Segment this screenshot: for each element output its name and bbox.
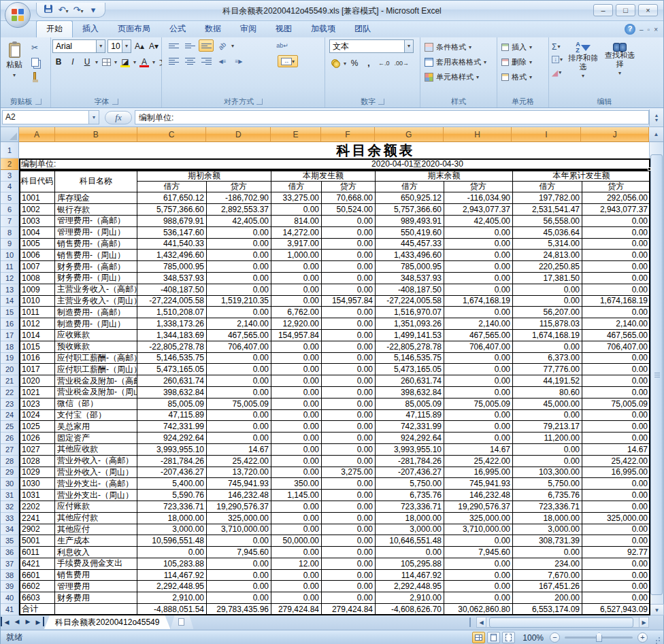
row-header-7[interactable]: 7 — [1, 216, 19, 227]
cell-I31[interactable]: 6,735.76 — [513, 490, 582, 501]
cell-D33[interactable]: 325,000.00 — [207, 513, 271, 524]
orientation-button[interactable]: ab — [215, 39, 230, 52]
name-box[interactable]: A2 — [2, 110, 89, 124]
cell-D16[interactable]: 2,140.00 — [207, 318, 271, 330]
cell-H31[interactable]: 146,232.48 — [444, 490, 513, 501]
cell-A20[interactable]: 1017 — [19, 364, 55, 375]
cell-J31[interactable]: 0.00 — [582, 490, 650, 501]
cell-B19[interactable]: 应付职工薪酬-（高邮） — [55, 353, 137, 365]
cell-J26[interactable]: 0.00 — [582, 433, 650, 444]
row-header-41[interactable]: 41 — [1, 604, 19, 615]
cell-B20[interactable]: 应付职工薪酬-（周山） — [55, 364, 137, 375]
row-header-36[interactable]: 36 — [1, 547, 19, 558]
cell-D41[interactable]: 29,783,435.96 — [207, 604, 271, 615]
selection-fill-handle[interactable] — [648, 167, 651, 171]
cell-G6[interactable]: 5,757,366.60 — [376, 204, 444, 216]
cell-D15[interactable]: 0.00 — [207, 307, 271, 318]
cell-H25[interactable]: 0.00 — [444, 421, 513, 433]
find-select-button[interactable]: 查找和选择▾ — [602, 39, 637, 96]
minimize-button[interactable]: – — [593, 4, 613, 16]
cell-D40[interactable]: 0.00 — [207, 592, 271, 604]
header-debit-0[interactable]: 借方 — [137, 182, 207, 193]
cell-B35[interactable]: 生产成本 — [55, 535, 137, 547]
row-header-32[interactable]: 32 — [1, 501, 19, 513]
cell-J13[interactable]: 0.00 — [582, 284, 650, 296]
cell-H18[interactable]: 706,407.00 — [444, 341, 513, 353]
cell-E9[interactable]: 3,917.00 — [271, 239, 322, 250]
header-debit-3[interactable]: 借方 — [513, 182, 582, 193]
number-format-select[interactable]: 文本▾ — [329, 39, 414, 53]
cell-J27[interactable]: 14.67 — [582, 444, 650, 456]
row-header-8[interactable]: 8 — [1, 227, 19, 239]
row-header-22[interactable]: 22 — [1, 387, 19, 399]
cell-E23[interactable]: 0.00 — [271, 399, 322, 410]
cell-H29[interactable]: 16,995.00 — [444, 467, 513, 479]
cell-J23[interactable]: 75,005.09 — [582, 399, 650, 410]
align-right-button[interactable] — [199, 55, 214, 67]
cell-B29[interactable]: 营业外收入-（周山） — [55, 467, 137, 479]
cell-G36[interactable]: 0.00 — [376, 547, 444, 558]
cell-E6[interactable]: 0.00 — [271, 204, 322, 216]
cell-C28[interactable]: -281,784.26 — [137, 456, 207, 467]
header-name[interactable]: 科目名称 — [55, 170, 137, 193]
cell-G40[interactable]: 2,910.00 — [376, 592, 444, 604]
cell-B16[interactable]: 制造费用-（周山） — [55, 318, 137, 330]
column-header-E[interactable]: E — [271, 127, 321, 142]
cell-E33[interactable]: 0.00 — [271, 513, 322, 524]
cell-F27[interactable]: 0.00 — [322, 444, 376, 456]
cell-A15[interactable]: 1011 — [19, 307, 55, 318]
cell-F5[interactable]: 70,668.00 — [322, 192, 376, 204]
cell-D25[interactable]: 0.00 — [207, 421, 271, 433]
cell-G23[interactable]: 85,005.09 — [376, 399, 444, 410]
cell-H24[interactable]: 0.00 — [444, 410, 513, 422]
cell-H10[interactable]: 0.00 — [444, 250, 513, 261]
cell-I37[interactable]: 234.00 — [513, 558, 582, 570]
comma-format-button[interactable]: , — [363, 57, 375, 69]
formula-input[interactable]: 编制单位: — [135, 110, 649, 124]
sheet-tab-active[interactable]: 科目余额表20200412o45549 — [44, 615, 170, 629]
horizontal-scrollbar-thumb[interactable] — [489, 617, 633, 628]
cell-C12[interactable]: 348,537.93 — [137, 273, 207, 284]
cell-E35[interactable]: 50,000.00 — [271, 535, 322, 547]
cell-C32[interactable]: 723,336.71 — [137, 501, 207, 513]
row-header-12[interactable]: 12 — [1, 273, 19, 284]
first-sheet-button[interactable]: ◀ — [1, 617, 12, 626]
cell-A6[interactable]: 1002 — [19, 204, 55, 216]
cell-E20[interactable]: 0.00 — [271, 364, 322, 375]
header-credit-2[interactable]: 贷方 — [444, 182, 513, 193]
cell-I39[interactable]: 167,451.26 — [513, 581, 582, 592]
cell-I19[interactable]: 6,373.00 — [513, 353, 582, 365]
cell-H33[interactable]: 325,000.00 — [444, 513, 513, 524]
horizontal-scrollbar[interactable]: ◀ ▶ — [469, 615, 663, 629]
cell-J22[interactable]: 0.00 — [582, 387, 650, 399]
cell-D11[interactable]: 0.00 — [207, 261, 271, 273]
cell-F30[interactable]: 0.00 — [322, 478, 376, 490]
cell-E14[interactable]: 0.00 — [271, 296, 322, 307]
cell-F11[interactable]: 0.00 — [322, 261, 376, 273]
cell-F34[interactable]: 0.00 — [322, 524, 376, 536]
cell-B12[interactable]: 财务费用-（周山） — [55, 273, 137, 284]
cell-I24[interactable]: 0.00 — [513, 410, 582, 422]
cell-A19[interactable]: 1016 — [19, 353, 55, 365]
cell-E37[interactable]: 12.00 — [271, 558, 322, 570]
tab-addins[interactable]: 加载项 — [301, 21, 345, 37]
cell-B23[interactable]: 微信（邵） — [55, 399, 137, 410]
cell-F23[interactable]: 0.00 — [322, 399, 376, 410]
cell-F13[interactable]: 0.00 — [322, 284, 376, 296]
cell-D37[interactable]: 0.00 — [207, 558, 271, 570]
cell-C20[interactable]: 5,473,165.05 — [137, 364, 207, 375]
vscroll-down-arrow[interactable]: ▼ — [650, 604, 664, 615]
cell-D22[interactable]: 0.00 — [207, 387, 271, 399]
cell-I10[interactable]: 24,813.00 — [513, 250, 582, 261]
cell-D36[interactable]: 7,945.60 — [207, 547, 271, 558]
vertical-scrollbar-thumb[interactable] — [650, 154, 663, 595]
cell-J10[interactable]: 0.00 — [582, 250, 650, 261]
cell-A30[interactable]: 1030 — [19, 478, 55, 490]
cell-H37[interactable]: 0.00 — [444, 558, 513, 570]
cell-I36[interactable]: 0.00 — [513, 547, 582, 558]
cell-J29[interactable]: 16,995.00 — [582, 467, 650, 479]
row-header-4[interactable]: 4 — [1, 182, 19, 193]
cell-H16[interactable]: 2,140.00 — [444, 318, 513, 330]
cell-E8[interactable]: 14,272.00 — [271, 227, 322, 239]
cell-A28[interactable]: 1028 — [19, 456, 55, 467]
